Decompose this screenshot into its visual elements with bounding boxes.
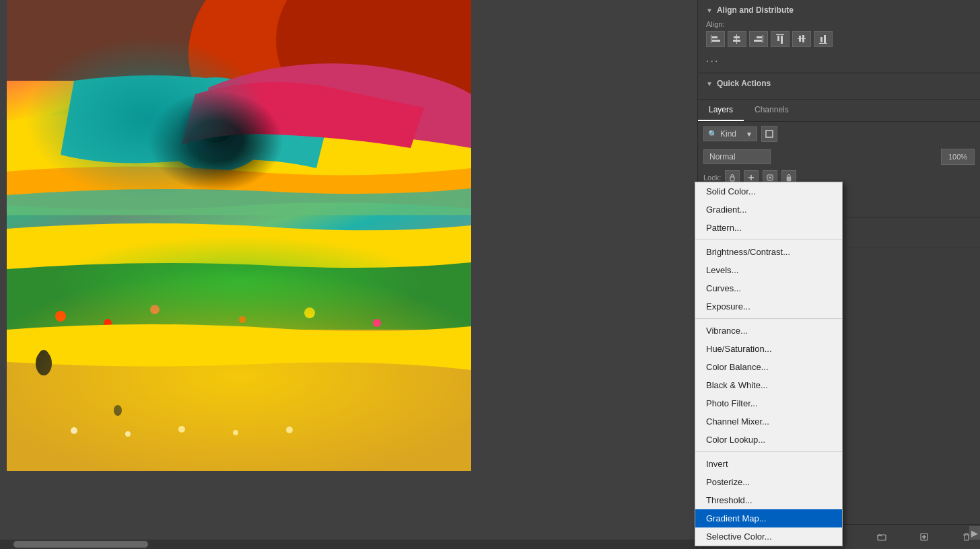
dropdown-item-selective-color[interactable]: Selective Color... xyxy=(695,527,842,546)
opacity-field[interactable]: 100% xyxy=(941,149,975,165)
dropdown-item-brightness-contrast[interactable]: Brightness/Contrast... xyxy=(695,243,842,261)
align-distribute-section: ▼ Align and Distribute Align: ... xyxy=(698,0,980,73)
svg-point-13 xyxy=(373,319,381,327)
dropdown-item-gradient-map[interactable]: Gradient Map... xyxy=(695,509,842,527)
canvas-image xyxy=(7,0,471,471)
svg-rect-38 xyxy=(819,43,827,44)
adjustment-layer-dropdown: Solid Color...Gradient...Pattern...Brigh… xyxy=(695,182,843,546)
right-panel: ▼ Align and Distribute Align: ... xyxy=(697,0,980,549)
dropdown-item-solid-color[interactable]: Solid Color... xyxy=(695,182,842,200)
dropdown-separator xyxy=(695,451,842,452)
svg-rect-7 xyxy=(7,175,471,215)
search-icon: 🔍 xyxy=(708,130,718,139)
svg-point-4 xyxy=(178,96,252,160)
blend-mode-row: Normal 100% xyxy=(698,146,980,168)
dropdown-item-hue-saturation[interactable]: Hue/Saturation... xyxy=(695,340,842,358)
svg-point-15 xyxy=(36,351,52,375)
align-bottom-button[interactable] xyxy=(814,31,833,47)
align-center-v-button[interactable] xyxy=(792,31,811,47)
quick-actions-chevron-icon: ▼ xyxy=(706,80,713,87)
tab-layers[interactable]: Layers xyxy=(698,100,744,121)
dropdown-separator xyxy=(695,318,842,319)
tab-channels[interactable]: Channels xyxy=(744,100,800,121)
svg-point-3 xyxy=(158,77,273,172)
dropdown-item-levels[interactable]: Levels... xyxy=(695,261,842,279)
align-center-h-button[interactable] xyxy=(728,31,746,47)
layers-toolbar: 🔍 Kind ▼ xyxy=(698,122,980,146)
align-label: Align: xyxy=(706,20,972,28)
horizontal-scrollbar[interactable] xyxy=(0,540,697,549)
svg-rect-39 xyxy=(820,37,823,42)
svg-rect-33 xyxy=(777,36,779,41)
svg-rect-14 xyxy=(7,330,471,471)
quick-actions-header[interactable]: ▼ Quick Actions xyxy=(706,79,972,88)
quick-actions-title: Quick Actions xyxy=(717,79,771,88)
canvas-area xyxy=(0,0,697,549)
scrollbar-thumb-horizontal[interactable] xyxy=(13,541,148,548)
svg-point-1 xyxy=(188,0,471,175)
dropdown-item-invert[interactable]: Invert xyxy=(695,455,842,473)
layer-filter-kind-select[interactable]: 🔍 Kind ▼ xyxy=(703,126,757,141)
svg-point-10 xyxy=(150,305,160,314)
dropdown-item-posterize[interactable]: Posterize... xyxy=(695,473,842,491)
svg-rect-44 xyxy=(787,177,791,181)
add-new-layer-button[interactable] xyxy=(916,529,932,545)
svg-rect-29 xyxy=(763,35,763,43)
dropdown-item-photo-filter[interactable]: Photo Filter... xyxy=(695,394,842,412)
dropdown-item-black-white[interactable]: Black & White... xyxy=(695,376,842,394)
svg-rect-0 xyxy=(7,0,471,81)
svg-rect-23 xyxy=(711,35,711,43)
kind-label: Kind xyxy=(720,129,736,139)
align-left-button[interactable] xyxy=(706,31,725,47)
layer-filter-pixel-button[interactable] xyxy=(761,126,777,142)
align-section-header[interactable]: ▼ Align and Distribute xyxy=(706,5,972,15)
dropdown-item-threshold[interactable]: Threshold... xyxy=(695,491,842,509)
add-group-button[interactable] xyxy=(874,529,890,545)
svg-point-9 xyxy=(104,319,112,327)
dropdown-item-exposure[interactable]: Exposure... xyxy=(695,297,842,316)
svg-point-8 xyxy=(55,311,66,322)
more-align-options-button[interactable]: ... xyxy=(706,50,972,67)
svg-point-17 xyxy=(114,405,122,416)
dropdown-item-curves[interactable]: Curves... xyxy=(695,279,842,297)
align-chevron-icon: ▼ xyxy=(706,7,713,14)
svg-rect-32 xyxy=(776,34,784,35)
dropdown-item-color-balance[interactable]: Color Balance... xyxy=(695,358,842,376)
svg-rect-42 xyxy=(730,177,734,181)
align-right-button[interactable] xyxy=(749,31,768,47)
svg-point-20 xyxy=(178,426,185,433)
artwork-svg xyxy=(7,0,471,471)
svg-point-5 xyxy=(199,113,232,143)
lock-label: Lock: xyxy=(703,174,721,182)
dropdown-separator xyxy=(695,240,842,240)
svg-point-21 xyxy=(233,430,238,435)
svg-point-19 xyxy=(125,431,131,437)
dropdown-item-channel-mixer[interactable]: Channel Mixer... xyxy=(695,412,842,431)
dropdown-item-vibrance[interactable]: Vibrance... xyxy=(695,322,842,340)
svg-point-2 xyxy=(276,0,471,141)
svg-rect-35 xyxy=(798,38,806,39)
blend-mode-select[interactable]: Normal xyxy=(703,149,771,164)
svg-rect-30 xyxy=(757,36,762,38)
svg-point-18 xyxy=(71,427,77,434)
dropdown-item-gradient[interactable]: Gradient... xyxy=(695,200,842,219)
svg-rect-36 xyxy=(799,36,801,42)
panel-scroll-arrow[interactable]: ▶ xyxy=(969,526,980,540)
svg-rect-27 xyxy=(734,36,740,38)
svg-rect-37 xyxy=(802,35,804,42)
quick-actions-section: ▼ Quick Actions xyxy=(698,73,980,100)
align-section-title: Align and Distribute xyxy=(717,5,794,15)
svg-point-6 xyxy=(199,114,215,128)
dropdown-item-color-lookup[interactable]: Color Lookup... xyxy=(695,431,842,449)
svg-point-16 xyxy=(38,350,49,363)
svg-rect-26 xyxy=(736,34,737,44)
svg-point-22 xyxy=(286,427,293,433)
svg-point-12 xyxy=(304,307,315,318)
svg-rect-41 xyxy=(766,131,773,137)
svg-rect-25 xyxy=(712,40,720,42)
align-top-button[interactable] xyxy=(771,31,790,47)
dropdown-item-pattern[interactable]: Pattern... xyxy=(695,219,842,237)
layers-tabs-bar: Layers Channels xyxy=(698,100,980,122)
svg-rect-31 xyxy=(754,40,762,42)
svg-rect-28 xyxy=(733,40,740,42)
